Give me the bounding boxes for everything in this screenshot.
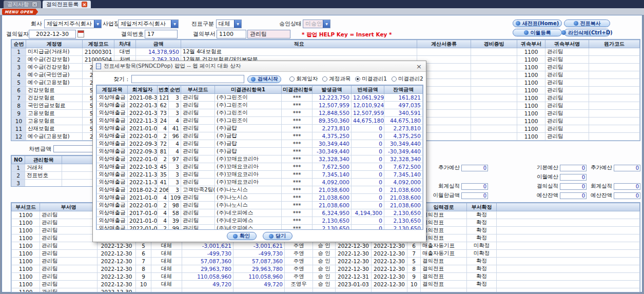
- table-row[interactable]: 외상매출금2022-11-30244관리팀(주)그린조이***89,350,36…: [97, 117, 423, 125]
- copy-voucher-button[interactable]: 전표복사: [564, 19, 610, 27]
- button-label: 확인: [240, 232, 250, 240]
- table-row[interactable]: 외상매출금2022-01-31733관리팀(주)그린조이***12,848,55…: [97, 109, 423, 117]
- table-row[interactable]: 외상매출금2021-01-014109관리팀(주)나노시스***21,038,6…: [97, 194, 423, 202]
- search-start-button[interactable]: 검색시작: [247, 75, 281, 83]
- table-row[interactable]: 외상매출금2022-01-01299관리팀(주)네오피에스***2,130,65…: [97, 225, 423, 230]
- approve-status-select[interactable]: 미승인 ▼: [303, 19, 330, 28]
- table-row[interactable]: 외상매출금2022-11-30413관리팀(주)꼬매요코리아***4,092,0…: [97, 179, 423, 186]
- cell: 주앤: [285, 250, 313, 258]
- column-header[interactable]: 발생금액: [313, 86, 352, 94]
- resolution-no-input[interactable]: 17: [145, 30, 178, 38]
- column-header[interactable]: 입력경로: [421, 203, 467, 211]
- cell: 2022-01-01: [128, 202, 158, 209]
- radio-option[interactable]: 계정과목: [322, 75, 350, 83]
- site-select[interactable]: 제일저지주식회사 ▼: [118, 19, 179, 28]
- cell: 2,130,650: [313, 217, 352, 225]
- budget-field-value[interactable]: 0: [560, 174, 587, 181]
- cell: [497, 227, 640, 234]
- table-row[interactable]: 외상매출금2022-01-31623관리팀(주)그린조이***12,507,95…: [97, 102, 423, 109]
- radio-option[interactable]: 미결관리2: [392, 75, 423, 83]
- column-header[interactable]: 미결관리항목2: [282, 86, 313, 94]
- table-row[interactable]: 외상매출금2022-01-01297관리팀(주)꼬매요코리아***32,328,…: [97, 155, 423, 163]
- slip-type-select[interactable]: 대체 ▼: [216, 19, 242, 28]
- table-row[interactable]: 1100관리팀2022-12-305대체-3,001,621-3,001,621…: [12, 242, 640, 250]
- table-row[interactable]: 1100관리팀2022-12-306대체-499,730-499,730주앤승 …: [12, 250, 640, 258]
- column-header[interactable]: 부서코드: [12, 203, 40, 211]
- column-header[interactable]: 관리항목: [25, 156, 62, 164]
- close-button[interactable]: 닫기: [263, 232, 292, 240]
- column-header[interactable]: 차/대: [114, 40, 136, 48]
- column-header[interactable]: 잔액금액: [384, 86, 423, 94]
- column-header[interactable]: 번호: [158, 86, 169, 94]
- budget-field-value[interactable]: 0: [560, 183, 587, 190]
- close-icon[interactable]: ×: [32, 2, 37, 7]
- calendar-icon[interactable]: [77, 30, 84, 37]
- budget-field-value[interactable]: 0: [614, 192, 640, 199]
- table-row[interactable]: 외상매출금2018-02-282063고객만족2팀(J(주)나노시스***21,…: [97, 186, 423, 194]
- table-row[interactable]: 외상매출금2021-01-01441관리팀(주)금탑***2,273,81002…: [97, 125, 423, 132]
- table-row[interactable]: 1100관리팀2022-12-3010대체49,72049,720조영우승 인2…: [12, 281, 640, 288]
- table-row[interactable]: 외상매출금2022-01-01296관리팀(주)금탑***4,375,25004…: [97, 132, 423, 140]
- table-row[interactable]: 외상매출금2022-09-30814관리팀(주)금탑***-30,349,440…: [97, 148, 423, 155]
- popup-titlebar[interactable]: 전표세부항목(SPNDCDPop) 팝업 -- 웹 페이지 대화 상자 ×: [93, 61, 426, 72]
- cell: 5: [12, 79, 26, 87]
- search-input[interactable]: [131, 75, 244, 83]
- column-header[interactable]: 미결관리항목1: [215, 86, 282, 94]
- table-row[interactable]: 외상매출금2021-08-311213관리팀(주)그린조이***12,223,7…: [97, 94, 423, 102]
- column-header[interactable]: 순번: [169, 86, 181, 94]
- dept-code-input[interactable]: 1100: [217, 30, 246, 38]
- carryover-register-button[interactable]: 이월등록: [513, 29, 562, 36]
- confirm-button[interactable]: 확인: [227, 232, 257, 240]
- tab-notice[interactable]: 공지사항 ×: [4, 1, 41, 8]
- new-voucher-button[interactable]: 새전표(Home): [513, 19, 562, 27]
- column-header[interactable]: 계정과목: [97, 86, 128, 94]
- table-row[interactable]: 1100관리팀2022-12-309대체110,058,960110,058,9…: [12, 273, 640, 281]
- budget-field-value[interactable]: 0: [560, 192, 587, 199]
- budget-field-value[interactable]: 0: [614, 165, 640, 171]
- cell: 외상매출금: [97, 202, 128, 209]
- budget-field-value[interactable]: 0: [461, 192, 488, 199]
- table-row[interactable]: 1100관리팀2022-12-30: [12, 288, 640, 293]
- budget-field-value[interactable]: 0: [560, 165, 587, 171]
- column-header[interactable]: 부서명: [40, 203, 97, 211]
- column-header[interactable]: 부서코드: [181, 86, 215, 94]
- delete-line-button[interactable]: 라인삭제(Ctrl+D): [564, 29, 610, 36]
- column-header[interactable]: 계정코드: [83, 40, 114, 48]
- table-row[interactable]: 1100관리팀2022-12-307대체57,087,36057,087,360…: [12, 258, 640, 265]
- table-row[interactable]: 1100관리팀2022-12-308대체29,963,78029,963,780…: [12, 265, 640, 273]
- radio-option[interactable]: 미결관리1: [355, 75, 387, 83]
- menu-open-badge[interactable]: MENU OPEN: [2, 9, 38, 15]
- table-row[interactable]: 외상매출금2022-09-30724관리팀(주)금탑***30,349,4400…: [97, 140, 423, 148]
- tab-voucher-register[interactable]: 결의전표등록 ×: [43, 1, 91, 8]
- cell: 7,345,140: [384, 171, 423, 179]
- budget-field-value[interactable]: 0: [461, 183, 488, 190]
- column-header[interactable]: 반제금액: [352, 86, 384, 94]
- table-row[interactable]: 외상매출금2022-10-31453관리팀(주)꼬매요코리아***7,672,5…: [97, 163, 423, 171]
- table-row[interactable]: 외상매출금2022-11-30353관리팀(주)꼬매요코리아***7,345,1…: [97, 171, 423, 179]
- budget-field-value[interactable]: 0: [614, 183, 640, 190]
- column-header[interactable]: 계산서종류: [417, 40, 471, 48]
- close-icon[interactable]: ×: [82, 2, 87, 7]
- column-header[interactable]: 순번: [12, 40, 26, 48]
- table-row[interactable]: 외상매출금2022-01-01298관리팀(주)나노시스***21,038,60…: [97, 202, 423, 209]
- column-header[interactable]: 경비증빙: [471, 40, 517, 48]
- radio-option[interactable]: 회계일자: [289, 75, 318, 83]
- column-header[interactable]: NO: [12, 156, 25, 164]
- table-row[interactable]: 외상매출금2017-01-01458관리팀(주)네오피에스***6,324,95…: [97, 209, 423, 217]
- column-header[interactable]: 회계일자: [128, 86, 158, 94]
- column-header[interactable]: 귀속부서: [517, 40, 545, 48]
- help-key-hint: * 팝업 HELP Key = Insert Key *: [302, 31, 392, 38]
- column-header[interactable]: 적요: [181, 40, 417, 48]
- table-row[interactable]: 1미지급금(거래처)21000301대변14,378,95012월 4대보험료1…: [12, 48, 640, 56]
- column-header[interactable]: 부서확정: [467, 203, 497, 211]
- resolution-date-input[interactable]: 2022-12-30: [29, 30, 76, 38]
- close-icon[interactable]: ×: [415, 63, 423, 70]
- column-header[interactable]: 원가코드: [589, 40, 640, 48]
- budget-field-value[interactable]: 0: [461, 165, 488, 171]
- table-row[interactable]: 외상매출금2021-01-01439관리팀(주)네오피에스***2,130,65…: [97, 217, 423, 225]
- column-header[interactable]: 귀속부서명: [545, 40, 589, 48]
- column-header[interactable]: 계정명: [26, 40, 83, 48]
- column-header[interactable]: [497, 203, 640, 211]
- company-select[interactable]: 제일저지주식회사 ▼: [44, 19, 102, 28]
- column-header[interactable]: 금액: [136, 40, 181, 48]
